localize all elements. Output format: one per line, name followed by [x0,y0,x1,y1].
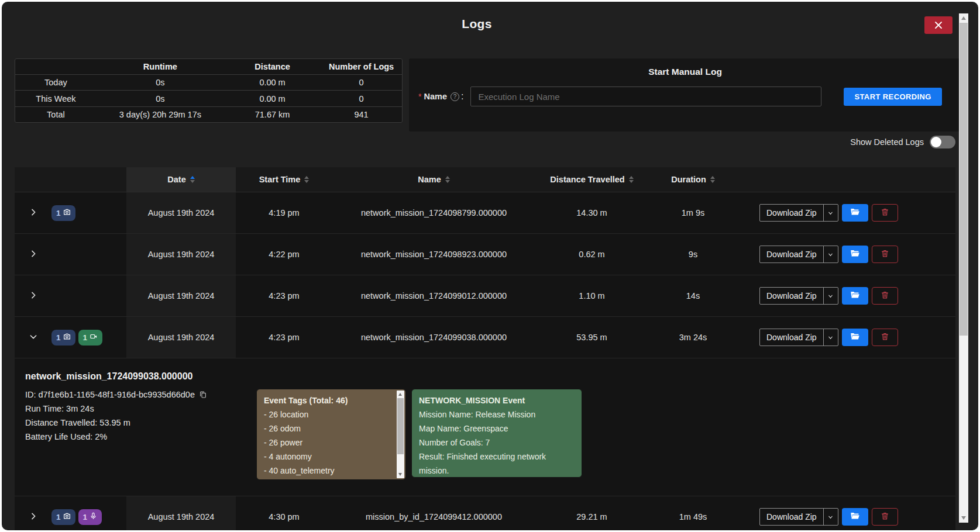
expand-row-button[interactable] [26,247,40,262]
scroll-down-arrow-icon[interactable] [398,473,402,476]
table-row: 1 1 August 19th 2024 4:30 pm mission_by_… [15,496,955,530]
scroll-up-arrow-icon[interactable] [961,16,966,20]
start-time-cell: 4:22 pm [236,234,332,275]
download-zip-label: Download Zip [760,246,823,262]
download-zip-button[interactable]: Download Zip [759,246,838,263]
event-tags-scrollbar[interactable] [397,391,404,478]
sort-asc-icon [190,176,195,179]
trash-icon [881,291,889,301]
event-tag-item: - 26 location [264,407,391,422]
stats-runtime-value: 0s [97,91,224,106]
close-button[interactable] [924,16,953,34]
sort-icons [629,176,634,183]
expand-row-button[interactable] [26,205,40,221]
scroll-down-arrow-icon[interactable] [961,516,966,520]
name-field-label: Name [424,92,447,101]
required-asterisk: * [418,92,421,101]
badge-count: 1 [83,333,88,342]
download-options-dropdown[interactable] [823,288,838,304]
sort-icons [710,176,715,183]
open-log-folder-button[interactable] [842,204,868,222]
page-scrollbar[interactable] [959,13,968,523]
chevron-right-icon [29,512,38,523]
open-log-folder-button[interactable] [842,329,868,346]
sort-asc-icon [629,176,634,179]
stats-distance-value: 0.00 m [224,75,321,91]
mission-event-line: Mission Name: Release Mission [419,407,575,422]
camera-icon [63,512,71,521]
start-time-cell: 4:30 pm [236,496,332,530]
trash-icon [881,512,889,522]
execution-log-name-input[interactable] [470,87,821,106]
mission-event-title: NETWORK_MISSION Event [419,393,575,407]
folder-open-icon [850,332,860,343]
delete-log-button[interactable] [872,246,898,263]
sort-asc-icon [445,176,450,179]
detail-id: ID: d7f1e6b1-1165-48f1-916d-bc9935d66d0e [25,388,195,402]
download-options-dropdown[interactable] [823,329,838,346]
download-zip-button[interactable]: Download Zip [759,204,838,222]
delete-log-button[interactable] [872,508,898,526]
download-zip-label: Download Zip [760,288,823,304]
stats-col-distance: Distance [224,59,321,75]
expand-row-button[interactable] [26,288,40,304]
column-header-name[interactable]: Name [332,167,535,192]
start-recording-button[interactable]: START RECORDING [844,88,941,106]
camera-icon [63,208,71,217]
column-header-start-time[interactable]: Start Time [236,167,332,192]
stats-row-label: This Week [15,91,97,106]
date-cell: August 19th 2024 [126,234,236,275]
help-icon[interactable]: ? [451,92,459,101]
sort-icons [445,176,450,183]
distance-cell: 0.62 m [535,234,648,275]
show-deleted-logs-toggle[interactable] [930,136,955,148]
download-zip-label: Download Zip [760,509,823,525]
delete-log-button[interactable] [872,287,898,305]
column-header-date[interactable]: Date [126,167,236,192]
sort-desc-icon [710,180,715,183]
download-options-dropdown[interactable] [823,246,838,262]
stats-row-label: Today [15,75,97,91]
chevron-right-icon [29,291,38,302]
stats-corner-cell [15,59,97,75]
stats-row-today: Today 0s 0.00 m 0 [15,75,402,91]
manual-log-form: * Name ? : START RECORDING [418,87,952,106]
download-zip-button[interactable]: Download Zip [759,508,838,526]
download-options-dropdown[interactable] [823,509,838,525]
open-log-folder-button[interactable] [842,508,868,526]
mission-event-line: Result: Finished executing network missi… [419,450,575,478]
column-label: Duration [671,175,706,184]
show-deleted-logs-label: Show Deleted Logs [850,137,924,147]
copy-icon[interactable] [199,391,207,399]
open-log-folder-button[interactable] [842,287,868,305]
start-manual-log-title: Start Manual Log [418,67,952,77]
download-options-dropdown[interactable] [823,205,838,221]
delete-log-button[interactable] [872,204,898,222]
expand-row-button[interactable] [26,509,40,525]
scrollbar-thumb[interactable] [397,398,404,454]
microphone-count-badge: 1 [78,509,102,525]
folder-open-icon [850,208,860,218]
detail-run-time: Run Time: 3m 24s [25,402,94,416]
badge-count: 1 [56,513,61,521]
start-time-cell: 4:23 pm [236,275,332,316]
log-name-cell: network_mission_1724099038.000000 [332,317,535,358]
open-log-folder-button[interactable] [842,246,868,263]
date-cell: August 19th 2024 [126,275,236,316]
logs-table: Date Start Time Name Distance Travelled … [15,167,955,530]
sort-desc-icon [190,180,195,183]
folder-open-icon [850,249,860,260]
column-header-distance[interactable]: Distance Travelled [535,167,648,192]
stats-numlogs-value: 941 [321,106,402,122]
camera-count-badge: 1 [51,330,75,346]
date-cell: August 19th 2024 [126,496,236,530]
scroll-up-arrow-icon[interactable] [398,393,402,396]
collapse-row-button[interactable] [26,330,40,346]
delete-log-button[interactable] [872,329,898,346]
column-header-duration[interactable]: Duration [648,167,738,192]
download-zip-button[interactable]: Download Zip [759,329,838,346]
scrollbar-thumb[interactable] [960,23,968,336]
download-zip-button[interactable]: Download Zip [759,287,838,305]
log-name-cell: network_mission_1724099012.000000 [332,275,535,316]
page-title: Logs [2,17,952,31]
